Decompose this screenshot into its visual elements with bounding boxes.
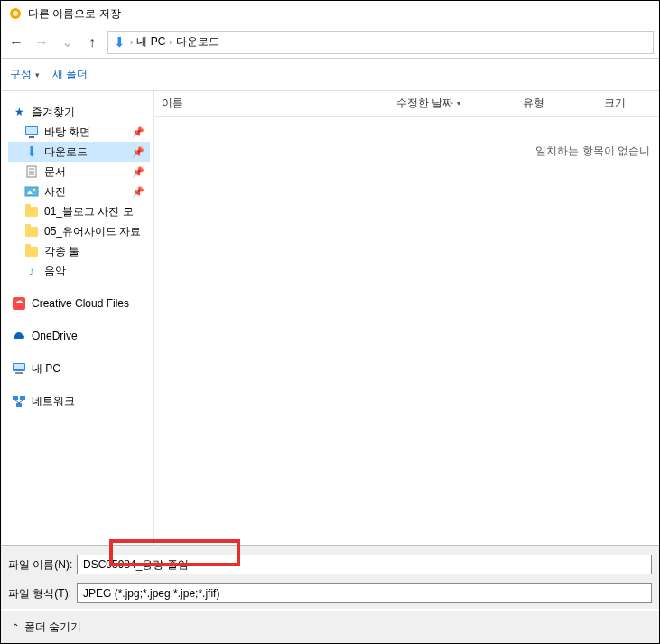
- chevron-up-icon: ⌃: [12, 622, 19, 632]
- sidebar-item-tools[interactable]: 각종 툴: [8, 241, 150, 261]
- sidebar-item-onedrive[interactable]: OneDrive: [8, 326, 150, 346]
- svg-rect-16: [20, 396, 25, 400]
- recent-locations-caret[interactable]: ⌄: [57, 33, 77, 52]
- svg-rect-9: [25, 187, 38, 196]
- hide-folders-link[interactable]: 폴더 숨기기: [24, 620, 81, 635]
- music-icon: ♪: [24, 264, 39, 278]
- sidebar-item-label: Creative Cloud Files: [32, 297, 129, 310]
- document-icon: [24, 164, 39, 179]
- sidebar-item-quick-access[interactable]: ★ 즐겨찾기: [8, 102, 150, 122]
- sidebar-item-documents[interactable]: 문서 📌: [8, 162, 150, 182]
- folder-icon: [24, 244, 39, 258]
- chevron-down-icon: ▾: [35, 70, 40, 79]
- column-size[interactable]: 크기: [597, 91, 659, 116]
- filetype-row: 파일 형식(T):: [8, 583, 652, 603]
- column-label: 유형: [523, 96, 544, 111]
- app-icon: [8, 6, 23, 21]
- breadcrumb-separator: ›: [169, 37, 172, 47]
- pictures-icon: [24, 184, 39, 199]
- pin-icon: 📌: [132, 166, 144, 178]
- creative-cloud-icon: [12, 296, 26, 311]
- desktop-icon: [24, 125, 39, 139]
- breadcrumb-separator: ›: [130, 37, 133, 47]
- up-button[interactable]: ↑: [82, 33, 102, 52]
- sidebar-item-music[interactable]: ♪ 음악: [8, 261, 150, 281]
- footer-bar: ⌃ 폴더 숨기기: [1, 611, 659, 643]
- filetype-label: 파일 형식(T):: [8, 586, 71, 602]
- sidebar-item-label: 바탕 화면: [44, 125, 90, 140]
- save-fields-pane: 파일 이름(N): 파일 형식(T):: [1, 545, 659, 609]
- pin-icon: 📌: [132, 126, 144, 138]
- folder-icon: [24, 224, 39, 238]
- address-bar[interactable]: ⬇ › 내 PC › 다운로드: [107, 31, 654, 54]
- column-type[interactable]: 유형: [516, 91, 597, 116]
- list-header: 이름 수정한 날짜 ▾ 유형 크기: [154, 91, 659, 117]
- column-name[interactable]: 이름: [154, 91, 389, 116]
- breadcrumb-segment[interactable]: 내 PC: [136, 34, 165, 50]
- sidebar-item-blog-photos[interactable]: 01_블로그 사진 모: [8, 201, 150, 221]
- svg-line-18: [15, 400, 19, 403]
- forward-button[interactable]: →: [32, 33, 51, 52]
- filename-label: 파일 이름(N):: [8, 557, 71, 573]
- sidebar-item-label: 내 PC: [32, 361, 60, 377]
- sidebar-item-network[interactable]: 네트워크: [8, 391, 150, 411]
- sidebar-item-label: 사진: [44, 184, 66, 200]
- filename-row: 파일 이름(N):: [8, 555, 652, 574]
- sidebar-item-label: 각종 툴: [44, 244, 79, 259]
- content-pane[interactable]: 이름 수정한 날짜 ▾ 유형 크기 일치하는 항목이 없습니: [154, 91, 659, 561]
- sidebar-item-downloads[interactable]: ⬇ 다운로드 📌: [8, 142, 150, 162]
- breadcrumb-segment[interactable]: 다운로드: [176, 34, 219, 50]
- svg-rect-15: [13, 396, 18, 400]
- title-bar: 다른 이름으로 저장: [1, 1, 659, 26]
- window-title: 다른 이름으로 저장: [28, 6, 121, 22]
- new-folder-label: 새 폴더: [52, 67, 88, 82]
- network-group: 네트워크: [8, 391, 150, 411]
- sidebar-item-label: OneDrive: [32, 330, 78, 342]
- quick-access-group: ★ 즐겨찾기 바탕 화면 📌 ⬇ 다운로드 📌 문서 📌: [8, 102, 150, 281]
- sidebar-item-label: 즐겨찾기: [32, 105, 75, 120]
- folder-icon: [24, 204, 39, 219]
- this-pc-group: 내 PC: [8, 359, 150, 378]
- navigation-pane[interactable]: ★ 즐겨찾기 바탕 화면 📌 ⬇ 다운로드 📌 문서 📌: [1, 91, 154, 561]
- svg-rect-4: [29, 136, 34, 138]
- onedrive-icon: [12, 329, 26, 343]
- sidebar-item-label: 다운로드: [44, 145, 88, 160]
- filename-input[interactable]: [77, 555, 652, 574]
- new-folder-button[interactable]: 새 폴더: [52, 67, 88, 82]
- column-label: 수정한 날짜: [396, 96, 453, 111]
- filetype-dropdown[interactable]: [77, 583, 652, 603]
- network-icon: [12, 394, 26, 408]
- sidebar-item-label: 네트워크: [32, 394, 75, 409]
- download-arrow-icon: ⬇: [112, 35, 126, 50]
- sidebar-item-label: 문서: [44, 164, 66, 180]
- svg-rect-14: [15, 372, 23, 374]
- star-icon: ★: [12, 105, 26, 119]
- svg-line-19: [19, 400, 23, 403]
- column-date[interactable]: 수정한 날짜 ▾: [389, 91, 516, 116]
- creative-cloud-group: Creative Cloud Files: [8, 294, 150, 313]
- sidebar-item-creative-cloud[interactable]: Creative Cloud Files: [8, 294, 150, 313]
- pin-icon: 📌: [132, 186, 144, 198]
- sidebar-item-desktop[interactable]: 바탕 화면 📌: [8, 122, 150, 142]
- svg-rect-17: [16, 403, 22, 407]
- svg-point-11: [33, 189, 36, 191]
- sidebar-item-pictures[interactable]: 사진 📌: [8, 182, 150, 201]
- pc-icon: [12, 361, 26, 376]
- organize-menu[interactable]: 구성 ▾: [10, 67, 40, 82]
- svg-point-1: [13, 11, 18, 16]
- pin-icon: 📌: [132, 146, 144, 158]
- sidebar-item-yourside[interactable]: 05_유어사이드 자료: [8, 221, 150, 241]
- back-button[interactable]: ←: [6, 33, 26, 52]
- organize-label: 구성: [10, 67, 32, 82]
- svg-rect-13: [14, 364, 24, 369]
- empty-message: 일치하는 항목이 없습니: [154, 117, 659, 159]
- onedrive-group: OneDrive: [8, 326, 150, 346]
- sidebar-item-label: 01_블로그 사진 모: [44, 204, 134, 219]
- svg-rect-3: [26, 127, 37, 134]
- nav-row: ← → ⌄ ↑ ⬇ › 내 PC › 다운로드: [1, 26, 659, 59]
- download-arrow-icon: ⬇: [24, 145, 39, 159]
- main-split: ★ 즐겨찾기 바탕 화면 📌 ⬇ 다운로드 📌 문서 📌: [1, 91, 659, 561]
- column-label: 크기: [604, 96, 626, 111]
- column-label: 이름: [162, 96, 183, 111]
- sidebar-item-this-pc[interactable]: 내 PC: [8, 359, 150, 378]
